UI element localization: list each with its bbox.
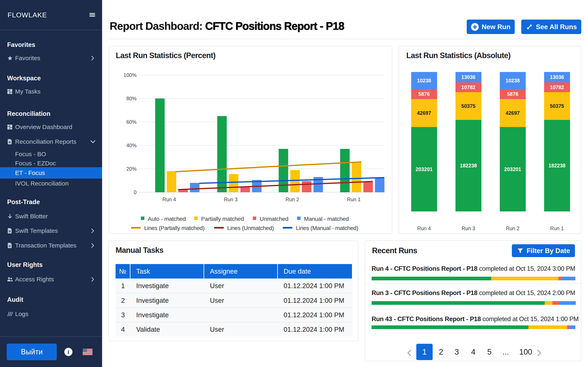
svg-text:10782: 10782 bbox=[550, 84, 564, 90]
svg-text:10238: 10238 bbox=[417, 78, 431, 83]
svg-text:0: 0 bbox=[134, 189, 137, 195]
svg-text:Unmatched: Unmatched bbox=[260, 216, 288, 222]
svg-text:Run 3: Run 3 bbox=[462, 225, 475, 231]
svg-text:100%: 100% bbox=[123, 72, 137, 78]
svg-text:182238: 182238 bbox=[548, 163, 566, 168]
svg-text:Auto - matched: Auto - matched bbox=[148, 216, 186, 222]
svg-text:5876: 5876 bbox=[507, 91, 518, 97]
svg-text:10782: 10782 bbox=[461, 84, 476, 90]
svg-text:50375: 50375 bbox=[461, 103, 476, 109]
svg-text:Run 1: Run 1 bbox=[347, 197, 361, 202]
svg-text:5876: 5876 bbox=[418, 91, 430, 97]
svg-text:42697: 42697 bbox=[506, 110, 520, 116]
svg-text:Partially matched: Partially matched bbox=[201, 216, 244, 222]
svg-text:203201: 203201 bbox=[504, 166, 521, 172]
svg-text:Run 2: Run 2 bbox=[506, 225, 520, 231]
svg-text:Lines (Partially matched): Lines (Partially matched) bbox=[144, 225, 205, 231]
svg-text:13036: 13036 bbox=[461, 74, 476, 80]
svg-text:Run 4: Run 4 bbox=[163, 197, 176, 202]
svg-text:Run 2: Run 2 bbox=[286, 197, 299, 202]
svg-text:Run 1: Run 1 bbox=[550, 225, 564, 231]
svg-text:10238: 10238 bbox=[506, 78, 520, 83]
svg-text:13036: 13036 bbox=[550, 74, 564, 80]
svg-text:Lines (Manual - matched): Lines (Manual - matched) bbox=[296, 225, 358, 231]
svg-text:Run 4: Run 4 bbox=[417, 225, 431, 231]
svg-text:Run 3: Run 3 bbox=[224, 197, 238, 202]
svg-text:182238: 182238 bbox=[460, 163, 477, 168]
svg-text:Lines (Unmatched): Lines (Unmatched) bbox=[227, 225, 274, 231]
svg-text:203201: 203201 bbox=[415, 166, 433, 172]
svg-text:40%: 40% bbox=[126, 142, 137, 148]
svg-text:50375: 50375 bbox=[550, 103, 564, 109]
svg-text:80%: 80% bbox=[126, 96, 137, 101]
svg-text:42697: 42697 bbox=[417, 110, 431, 116]
svg-text:Manual - matched: Manual - matched bbox=[304, 216, 349, 222]
svg-text:60%: 60% bbox=[126, 119, 137, 125]
svg-text:20%: 20% bbox=[126, 166, 137, 172]
